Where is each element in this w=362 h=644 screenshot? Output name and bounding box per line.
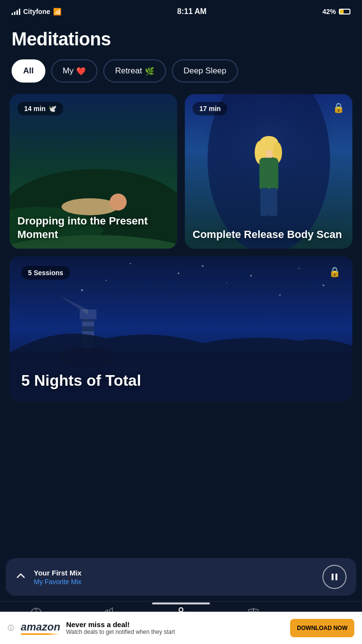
page-title: Meditations: [0, 21, 362, 59]
signal-bar-3: [16, 10, 18, 15]
svg-point-44: [81, 289, 83, 291]
card-2-duration-text: 17 min: [199, 105, 221, 112]
svg-rect-54: [335, 574, 337, 580]
amazon-smile-accent: [21, 633, 59, 635]
battery-percent: 42%: [322, 8, 336, 15]
svg-point-46: [279, 294, 281, 296]
svg-rect-53: [332, 574, 334, 580]
amazon-logo-text: amazon: [21, 622, 60, 632]
status-bar: Cityfone 📶 8:11 AM 42%: [0, 0, 362, 21]
meditation-card-2[interactable]: 17 min 🔒 Complete Release Body Scan: [185, 94, 352, 249]
card-1-content: 14 min 🕊️ Dropping into the Present Mome…: [10, 94, 177, 249]
card-2-lock-icon: 🔒: [333, 102, 345, 113]
wide-card-lock-icon: 🔒: [329, 266, 341, 278]
status-right: 42%: [322, 8, 350, 15]
card-2-content: 17 min 🔒 Complete Release Body Scan: [185, 94, 352, 249]
card-1-duration-text: 14 min: [24, 105, 45, 112]
battery-indicator: [339, 9, 350, 14]
signal-bar-2: [14, 12, 15, 15]
now-playing-subtitle: My Favorite Mix: [34, 578, 82, 586]
wide-card-sessions-text: 5 Sessions: [28, 269, 63, 277]
leaf-icon: 🌿: [145, 67, 154, 76]
svg-point-61: [179, 608, 183, 612]
signal-bar-1: [12, 13, 13, 15]
tab-deepsleep[interactable]: Deep Sleep: [172, 59, 238, 83]
meditation-cards-grid: 14 min 🕊️ Dropping into the Present Mome…: [0, 94, 362, 256]
home-indicator: [152, 602, 210, 604]
tab-deepsleep-label: Deep Sleep: [183, 66, 226, 76]
amazon-download-button[interactable]: DOWNLOAD NOW: [290, 619, 354, 637]
card-2-top-row: 17 min 🔒: [193, 102, 345, 115]
svg-rect-49: [80, 309, 97, 319]
now-playing-text: Your First Mix My Favorite Mix: [34, 569, 82, 586]
ad-info-icon: ⓘ: [8, 624, 14, 632]
heart-icon: ❤️: [76, 67, 86, 76]
signal-bar-4: [19, 9, 20, 15]
pause-button[interactable]: [322, 565, 347, 589]
chevron-up-icon: [15, 571, 26, 581]
amazon-ad-text-block: Never miss a deal! Watch deals to get no…: [66, 620, 284, 636]
expand-chevron[interactable]: [15, 571, 26, 584]
signal-bars: [12, 8, 20, 15]
amazon-logo-block: amazon: [21, 622, 60, 635]
amazon-ad-title: Never miss a deal!: [66, 620, 284, 629]
time-display: 8:11 AM: [177, 7, 207, 16]
wide-card-content: 5 Sessions 🔒: [10, 256, 352, 289]
now-playing-bar[interactable]: Your First Mix My Favorite Mix: [6, 558, 356, 596]
card-1-title: Dropping into the Present Moment: [17, 214, 169, 241]
svg-rect-50: [82, 322, 94, 326]
tab-my-label: My: [63, 66, 74, 76]
tab-all-label: All: [23, 66, 34, 76]
carrier-label: Cityfone: [23, 8, 50, 15]
status-left: Cityfone 📶: [12, 8, 61, 15]
now-playing-left: Your First Mix My Favorite Mix: [15, 569, 82, 586]
pause-icon: [330, 572, 339, 582]
card-1-duration-badge: 14 min 🕊️: [17, 102, 63, 115]
card-1-badge-icon: 🕊️: [48, 105, 56, 112]
tab-retreat-label: Retreat: [115, 66, 142, 76]
amazon-ad-subtitle: Watch deals to get notified when they st…: [66, 629, 284, 636]
wide-card[interactable]: 5 Sessions 🔒 5 Nights of Total: [10, 256, 352, 401]
amazon-ad-banner: ⓘ amazon Never miss a deal! Watch deals …: [0, 612, 362, 644]
wifi-icon: 📶: [53, 8, 61, 15]
wide-card-sessions-badge: 5 Sessions: [21, 266, 70, 280]
battery-body: [339, 9, 350, 14]
card-2-duration-badge: 17 min: [193, 102, 227, 115]
now-playing-title: Your First Mix: [34, 569, 82, 577]
meditation-card-1[interactable]: 14 min 🕊️ Dropping into the Present Mome…: [10, 94, 177, 249]
filter-tabs: All My ❤️ Retreat 🌿 Deep Sleep: [0, 59, 362, 94]
tab-all[interactable]: All: [12, 59, 45, 83]
battery-fill: [340, 10, 344, 14]
tab-my[interactable]: My ❤️: [51, 59, 98, 83]
tab-retreat[interactable]: Retreat 🌿: [103, 59, 166, 83]
wide-card-top-row: 5 Sessions 🔒: [21, 266, 341, 280]
card-2-title: Complete Release Body Scan: [193, 228, 345, 241]
wide-card-title: 5 Nights of Total: [21, 371, 141, 390]
card-1-top-row: 14 min 🕊️: [17, 102, 169, 115]
